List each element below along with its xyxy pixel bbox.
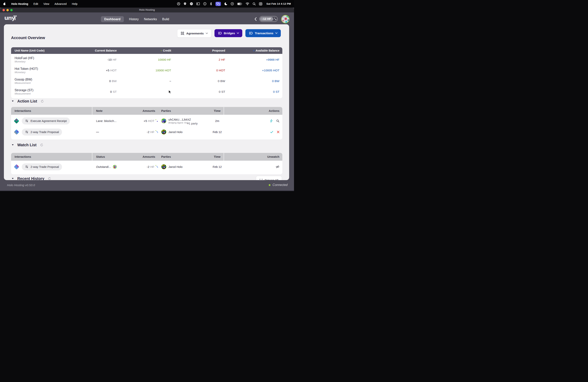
- menu-help[interactable]: Help: [72, 2, 78, 5]
- collapse-caret-icon[interactable]: [12, 101, 14, 102]
- section-title: Watch List: [17, 143, 37, 147]
- list-item-execute-agreement-receipt[interactable]: Execute Agreement Receipt Lane: blockch.…: [11, 115, 282, 127]
- tab-networks[interactable]: Networks: [144, 16, 157, 22]
- media-play-icon[interactable]: [231, 2, 234, 5]
- actions-cell: [250, 115, 280, 127]
- refresh-icon[interactable]: [41, 100, 44, 103]
- current-balance-value: -10: [107, 58, 112, 62]
- apple-menu-icon[interactable]: [3, 2, 6, 5]
- vpn-mountain-icon[interactable]: [177, 2, 180, 5]
- interaction-diamond-icon: [14, 118, 19, 124]
- col-proposed: -Proposed: [182, 47, 225, 54]
- col-amounts: Amounts: [120, 153, 155, 161]
- balance-pill[interactable]: -12 HF: [259, 16, 278, 22]
- badge-15-icon[interactable]: 15: [190, 2, 193, 5]
- focus-moon-icon[interactable]: [224, 2, 227, 5]
- unit-name: HoloFuel (HF): [15, 56, 34, 60]
- account-overview-table: Unit Name (Unit Code) Current Balance +C…: [11, 47, 282, 98]
- watch-list-body: 2-way Trade Proposal Outstandi... -2HF: [11, 161, 282, 174]
- list-item-watched-trade-proposal[interactable]: 2-way Trade Proposal Outstandi... -2HF: [11, 161, 282, 172]
- collapse-caret-icon[interactable]: [12, 144, 14, 146]
- parties-cell: Jarod Holo: [161, 161, 183, 172]
- watch-list-table-header: Interactions Status Amounts Parties Time…: [11, 153, 282, 161]
- col-unit-name: Unit Name (Unit Code): [15, 47, 44, 54]
- action-list-table: Interactions Note Amounts Parties Time A…: [11, 107, 282, 139]
- col-amounts: Amounts: [120, 107, 155, 115]
- wifi-icon[interactable]: [246, 2, 249, 5]
- list-item-2way-trade-proposal[interactable]: 2-way Trade Proposal — -2HF Jarod Holo: [11, 127, 282, 138]
- agreements-button[interactable]: Agreements: [177, 29, 211, 38]
- col-note: Note: [96, 107, 103, 115]
- table-row-gossip[interactable]: Gossip (BW)Measurement 0BW – 0 BW 0 BW: [11, 76, 282, 86]
- menu-edit[interactable]: Edit: [33, 2, 38, 5]
- chevron-down-icon: [206, 33, 208, 34]
- proposed-value: 2 HF: [219, 58, 225, 62]
- unit-type: Measurement: [15, 82, 31, 85]
- current-balance-value: 0: [110, 90, 112, 94]
- balance-pill-dots-icon: [273, 17, 277, 21]
- shield-icon[interactable]: [184, 2, 187, 5]
- time-cell: 2m: [202, 115, 233, 127]
- reject-x-icon[interactable]: [277, 131, 279, 133]
- agreements-grid-search-icon: [181, 32, 184, 35]
- user-avatar[interactable]: [281, 15, 290, 23]
- inspect-magnifier-icon[interactable]: [276, 119, 279, 123]
- unwatch-eye-off-icon[interactable]: [276, 165, 279, 169]
- connected-dot-icon: [269, 184, 271, 186]
- tab-build[interactable]: Build: [162, 16, 169, 22]
- table-row-hot-token[interactable]: Hot Token (HOT)Monetary +5HOT 10000 HOT …: [11, 65, 282, 76]
- menu-advanced[interactable]: Advanced: [54, 2, 66, 5]
- refresh-icon[interactable]: [48, 177, 51, 180]
- proposed-value: 0 ST: [219, 90, 225, 94]
- note-cell: Lane: blockch...: [96, 115, 116, 127]
- approve-check-icon[interactable]: [270, 131, 273, 133]
- trade-arrows-icon: [25, 165, 29, 168]
- party-avatar[interactable]: [161, 164, 167, 170]
- interaction-pill[interactable]: Execute Agreement Receipt: [22, 117, 70, 125]
- col-available-balance: =Available Balance: [233, 47, 279, 54]
- control-center-icon[interactable]: [259, 2, 262, 5]
- battery-charging-icon[interactable]: [237, 2, 242, 5]
- table-row-holofuel[interactable]: HoloFuel (HF)Monetary -10HF 10000 HF 2 H…: [11, 54, 282, 65]
- connected-label: Connected: [273, 183, 288, 187]
- available-value: +9988 HF: [266, 58, 279, 62]
- bluetooth-icon[interactable]: [210, 2, 212, 5]
- interaction-label: 2-way Trade Proposal: [31, 165, 59, 169]
- account-table-header: Unit Name (Unit Code) Current Balance +C…: [11, 47, 282, 54]
- party-extra-count: +1 party: [187, 122, 198, 125]
- refresh-icon[interactable]: [40, 144, 43, 147]
- window-manager-icon[interactable]: [196, 2, 200, 5]
- action-list-header: Action List: [12, 99, 44, 104]
- time-machine-alert-icon[interactable]: [203, 2, 207, 5]
- interaction-pill[interactable]: 2-way Trade Proposal: [22, 163, 62, 170]
- chevron-down-icon: [237, 32, 239, 34]
- actions-cell: [250, 127, 280, 138]
- macos-menu-bar: Holo Hosting Edit View Advanced Help 15: [0, 0, 294, 8]
- execute-lightning-icon[interactable]: [270, 119, 273, 123]
- credit-value: –: [169, 79, 171, 83]
- spotlight-search-icon[interactable]: [252, 2, 256, 5]
- unyt-logo[interactable]: uny: [4, 15, 18, 22]
- chevron-down-icon: [275, 32, 277, 34]
- parties-cell: uhCAkU...1Jt4XZ +1 party Bridging Agent:…: [161, 115, 191, 127]
- table-row-strorage[interactable]: Strorage (ST)Measurement 0ST – 0 ST 0 ST: [11, 86, 282, 97]
- bridges-button[interactable]: Bridges: [214, 29, 242, 37]
- menu-view[interactable]: View: [43, 2, 49, 5]
- tab-history[interactable]: History: [129, 16, 139, 22]
- tab-dashboard[interactable]: Dashboard: [101, 16, 124, 22]
- screen-mirroring-active-icon[interactable]: [215, 2, 221, 6]
- page-title: Account Overview: [11, 36, 45, 40]
- browse-all-button[interactable]: Browse All: [256, 176, 282, 180]
- menu-app-name[interactable]: Holo Hosting: [11, 2, 28, 5]
- credit-value: 10000 HF: [158, 58, 171, 62]
- transactions-button[interactable]: Transactions: [245, 29, 281, 37]
- menu-bar-clock[interactable]: Sat Feb 14 4:12 PM: [266, 2, 291, 5]
- collapse-caret-icon[interactable]: [12, 178, 14, 179]
- back-chevron-icon[interactable]: [254, 17, 257, 21]
- party-avatar[interactable]: [161, 118, 167, 124]
- interaction-pill[interactable]: 2-way Trade Proposal: [22, 128, 62, 136]
- bridge-icon: [218, 32, 222, 35]
- amount-cell: -2HF: [120, 161, 158, 172]
- interaction-label: Execute Agreement Receipt: [31, 119, 67, 123]
- party-avatar[interactable]: [161, 129, 167, 135]
